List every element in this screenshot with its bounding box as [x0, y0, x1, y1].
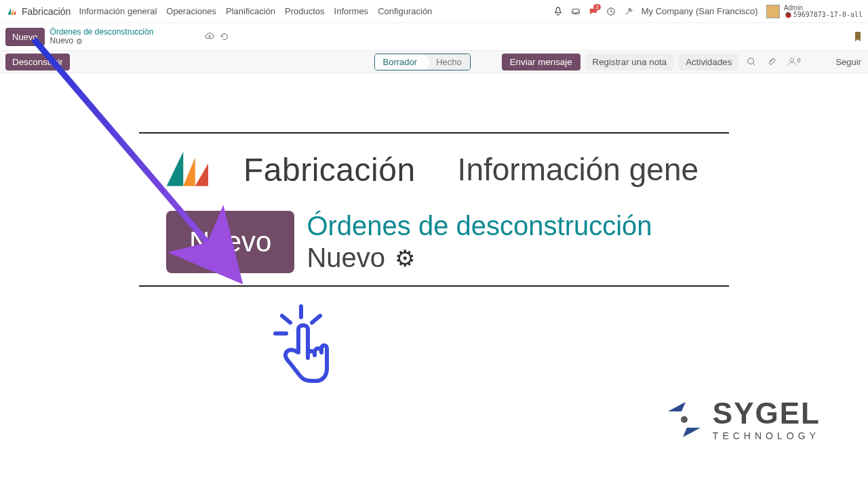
sygel-name: SYGEL	[713, 399, 821, 428]
svg-line-12	[282, 316, 290, 323]
status-bar: Borrador Hecho	[374, 54, 471, 70]
svg-marker-0	[8, 7, 12, 14]
svg-point-16	[681, 416, 688, 423]
breadcrumb-actions	[205, 32, 229, 41]
avatar-icon	[766, 5, 780, 18]
status-draft[interactable]: Borrador	[375, 54, 426, 70]
gear-icon[interactable]: ⚙	[76, 37, 83, 45]
follow-button[interactable]: Seguir	[834, 54, 863, 70]
main-menu: Información general Operaciones Planific…	[79, 6, 432, 16]
chat-badge: 2	[593, 4, 600, 10]
tray-icon[interactable]	[571, 7, 580, 16]
top-navbar: Fabricación Información general Operacio…	[0, 0, 868, 23]
followers-icon[interactable]: 0	[785, 56, 803, 68]
menu-config[interactable]: Configuración	[378, 6, 432, 16]
sygel-sub: TECHNOLOGY	[713, 431, 821, 441]
status-done[interactable]: Hecho	[425, 54, 470, 70]
svg-point-5	[748, 58, 754, 64]
breadcrumb-current: Nuevo ⚙	[50, 37, 154, 45]
sygel-mark-icon	[664, 399, 705, 440]
zoom-new-button[interactable]: Nuevo	[166, 211, 294, 273]
zoom-breadcrumb-current: Nuevo ⚙	[307, 243, 652, 273]
zoom-gear-icon: ⚙	[395, 245, 415, 272]
app-name: Fabricación	[22, 6, 71, 17]
svg-point-6	[791, 58, 794, 62]
db-name: 🐞59697873-17-0-all	[784, 12, 863, 18]
deconstruct-button[interactable]: Desconstruir	[5, 54, 70, 70]
svg-marker-9	[195, 163, 208, 186]
send-message-button[interactable]: Enviar mensaje	[502, 54, 580, 70]
breadcrumb-row: Nuevo Órdenes de desconstrucción Nuevo ⚙	[0, 23, 868, 50]
company-selector[interactable]: My Company (San Francisco)	[642, 6, 758, 16]
menu-operations[interactable]: Operaciones	[166, 6, 216, 16]
bell-icon[interactable]	[553, 7, 563, 16]
menu-planning[interactable]: Planificación	[226, 6, 275, 16]
attachment-icon[interactable]	[764, 56, 779, 68]
zoom-menu-overview: Información gene	[458, 151, 698, 188]
new-button[interactable]: Nuevo	[5, 28, 45, 46]
zoom-app-name: Fabricación	[243, 151, 416, 188]
breadcrumb: Órdenes de desconstrucción Nuevo ⚙	[50, 28, 154, 45]
search-icon[interactable]	[744, 56, 759, 68]
user-name: Admin	[784, 5, 863, 12]
activities-button[interactable]: Actividades	[679, 54, 738, 70]
svg-marker-7	[167, 152, 184, 186]
svg-line-13	[312, 316, 320, 323]
discard-icon[interactable]	[220, 32, 229, 41]
bug-icon: 🐞	[784, 12, 792, 18]
menu-reports[interactable]: Informes	[334, 6, 369, 16]
log-note-button[interactable]: Registrar una nota	[586, 54, 674, 70]
cloud-save-icon[interactable]	[205, 32, 214, 41]
wrench-icon[interactable]	[624, 7, 633, 16]
zoom-logo-icon	[158, 146, 220, 193]
svg-marker-15	[668, 402, 686, 411]
menu-overview[interactable]: Información general	[79, 6, 157, 16]
click-hand-icon	[269, 304, 336, 399]
bookmark-icon[interactable]	[853, 31, 863, 42]
svg-marker-17	[683, 428, 701, 437]
zoom-breadcrumb-parent: Órdenes de desconstrucción	[307, 211, 652, 241]
svg-marker-1	[11, 9, 14, 14]
chat-icon[interactable]: 2	[589, 7, 598, 16]
action-toolbar: Desconstruir Borrador Hecho Enviar mensa…	[0, 50, 868, 73]
clock-icon[interactable]	[606, 7, 616, 16]
zoom-panel: Fabricación Información gene Nuevo Órden…	[139, 132, 729, 287]
svg-marker-8	[183, 158, 195, 186]
app-logo-icon	[5, 5, 18, 18]
sygel-logo: SYGEL TECHNOLOGY	[664, 399, 821, 441]
brand[interactable]: Fabricación	[5, 5, 71, 18]
nav-right: 2 My Company (San Francisco) Admin 🐞5969…	[553, 5, 863, 18]
menu-products[interactable]: Productos	[285, 6, 325, 16]
svg-marker-2	[14, 10, 16, 14]
user-menu[interactable]: Admin 🐞59697873-17-0-all	[766, 5, 863, 18]
